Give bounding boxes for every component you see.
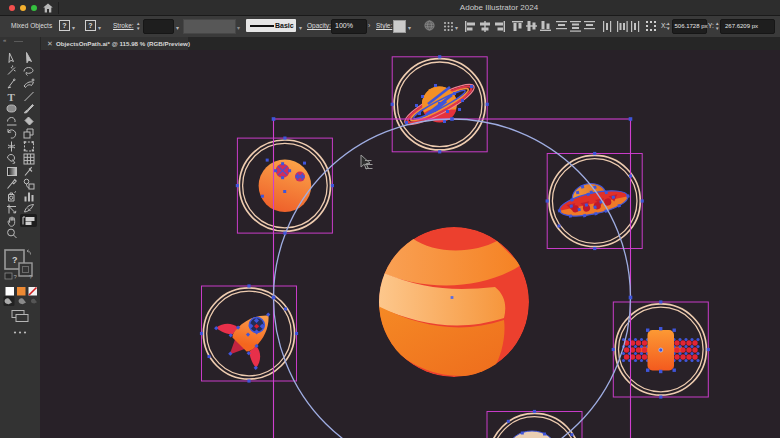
svg-text:T: T bbox=[8, 91, 16, 103]
svg-text:?: ? bbox=[12, 255, 18, 265]
svg-text:?: ? bbox=[14, 274, 18, 280]
